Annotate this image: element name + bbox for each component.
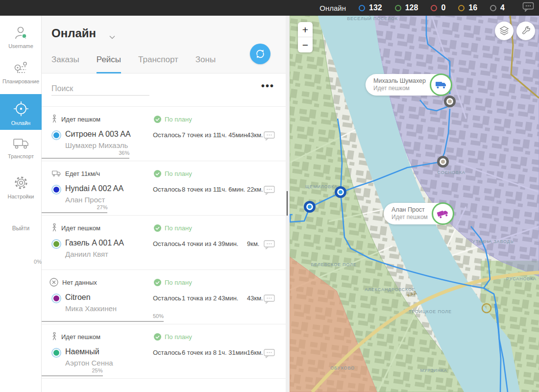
sidebar-item-logout[interactable]: Выйти — [0, 222, 42, 232]
distance-remaining: 16км. — [247, 349, 263, 356]
stat-circle-gray-icon — [490, 5, 496, 11]
time-remaining: 43мин. — [218, 294, 238, 302]
movement-status: Нет данных — [62, 279, 97, 286]
remaining-label: Осталось — [153, 240, 181, 247]
map-area-label: АЛЕКСАНДРОВСКОЕ — [365, 287, 415, 292]
sidebar-label: Планирование — [0, 78, 42, 84]
progress-percent: 27% — [97, 204, 107, 210]
check-circle-icon — [154, 224, 161, 232]
tooltip-status: Идет пешком — [373, 85, 426, 92]
truck-icon — [12, 137, 30, 150]
row-chat-button[interactable] — [264, 131, 275, 143]
map-area-label: ТРОИЦКОЕ ПОЛЕ — [409, 309, 452, 314]
chevron-down-icon[interactable] — [109, 32, 115, 41]
sidebar-label: Онлайн — [0, 120, 42, 126]
stat-circle-red-icon — [431, 5, 437, 11]
stat-value: 4 — [500, 3, 505, 12]
points-remaining: 8 точек из 11 — [182, 186, 220, 193]
sidebar-item-online[interactable]: Онлайн — [0, 94, 42, 130]
scrollbar-handle[interactable] — [287, 191, 288, 216]
plan-status: По плану — [154, 115, 192, 123]
vehicle-name: Наемный — [65, 347, 99, 356]
tooltip-status: Идет пешком — [392, 214, 428, 221]
trip-row[interactable]: Идет пешком По плану Наемный Аэртон Сенн… — [42, 324, 286, 379]
tab-trips[interactable]: Рейсы — [97, 55, 121, 74]
stat-in-progress[interactable]: 132 — [359, 3, 382, 12]
map-stop-marker[interactable] — [444, 96, 456, 107]
vehicle-color-dot — [52, 294, 60, 302]
check-circle-icon — [154, 170, 161, 177]
trip-row[interactable]: Идет пешком По плану Газель A 001 AA Дан… — [42, 216, 286, 270]
vehicle-badge[interactable] — [432, 202, 454, 225]
zoom-in-button[interactable]: + — [298, 22, 313, 37]
trip-row[interactable]: Нет данных По плану Citroen Мика Хаккине… — [42, 270, 286, 324]
plan-status: По плану — [154, 223, 192, 232]
tab-zones[interactable]: Зоны — [196, 55, 216, 74]
truck-icon — [436, 207, 450, 220]
map-layers-button[interactable] — [495, 22, 514, 40]
tooltip-driver-name: Алан Прост — [392, 206, 428, 214]
tab-transport[interactable]: Транспорт — [138, 55, 178, 74]
stat-late[interactable]: 0 — [431, 3, 445, 12]
layers-icon — [499, 25, 510, 36]
vehicle-tooltip-prost[interactable]: Алан Прост Идет пешком — [384, 203, 453, 224]
vehicle-tooltip-shumaher[interactable]: Михаэль Шумахер Идет пешком — [366, 74, 451, 96]
stat-on-plan[interactable]: 128 — [395, 3, 418, 12]
remaining-label: Осталось — [153, 131, 181, 139]
stat-value: 132 — [369, 3, 382, 12]
map-route-point-marker[interactable] — [304, 201, 316, 213]
map-area-label: РУСАНОВКА — [506, 276, 537, 281]
vehicle-badge[interactable] — [430, 74, 452, 96]
driver-name: Алан Прост — [65, 196, 105, 204]
refresh-button[interactable] — [250, 44, 270, 64]
map-view[interactable]: ВЕСЕЛЫЙ ПОСЕЛОК СОСНОВКА ЩЕМИЛОВКА УТКИН… — [290, 16, 539, 392]
row-chat-button[interactable] — [264, 294, 275, 306]
stat-no-data[interactable]: 4 — [490, 3, 505, 12]
refresh-icon — [255, 49, 266, 59]
row-chat-button[interactable] — [264, 240, 275, 251]
check-circle-icon — [154, 279, 161, 286]
row-chat-button[interactable] — [264, 349, 275, 360]
time-remaining: 1ч. 31мин. — [218, 349, 249, 356]
more-options-button[interactable]: ••• — [261, 80, 274, 92]
trip-row[interactable]: Идет пешком По плану Ситроен A 003 AA Шу… — [42, 107, 286, 161]
trip-progress-bar: 36% — [42, 158, 129, 159]
tab-orders[interactable]: Заказы — [51, 55, 79, 74]
map-area-label: УТКИНА ЗАВОДЬ — [472, 239, 514, 244]
zoom-out-button[interactable]: − — [298, 37, 313, 52]
map-tools-button[interactable] — [516, 22, 535, 40]
map-area-label: ОБУХОВО — [330, 366, 354, 370]
stat-circle-green-icon — [395, 5, 401, 11]
map-area-label: БЕЛЕВСКОЕ ПОЛЕ — [311, 262, 356, 267]
online-target-icon — [13, 100, 29, 117]
vehicle-name: Газель A 001 AA — [65, 239, 124, 247]
chat-button[interactable] — [522, 2, 534, 14]
sidebar-item-transport[interactable]: Транспорт — [0, 137, 42, 159]
sidebar-label: Username — [0, 43, 42, 49]
points-remaining: 1 точка из 2 — [182, 294, 217, 302]
search-input[interactable] — [51, 82, 149, 96]
movement-status: Едет 11км/ч — [65, 170, 100, 177]
panel-map-divider — [286, 16, 290, 392]
sidebar-item-username[interactable]: Username — [0, 25, 42, 49]
remaining-label: Осталось — [153, 294, 181, 302]
truck-icon — [435, 80, 447, 90]
row-chat-button[interactable] — [264, 186, 275, 197]
no-data-icon — [49, 278, 58, 287]
driver-name: Даниил Квят — [65, 250, 108, 258]
vehicle-color-dot — [52, 186, 60, 194]
map-area-label: МУРЗИНКА — [420, 368, 447, 373]
distance-remaining: 43км. — [247, 294, 263, 302]
sidebar-item-settings[interactable]: Настройки — [0, 175, 42, 199]
tab-bar: Заказы Рейсы Транспорт Зоны — [42, 55, 216, 74]
stat-warning[interactable]: 16 — [458, 3, 477, 12]
map-stop-marker[interactable] — [437, 156, 449, 168]
stat-value: 16 — [468, 3, 477, 12]
map-route-point-marker[interactable] — [335, 186, 346, 198]
distance-remaining: 43км. — [247, 131, 263, 139]
trip-row[interactable]: Едет 11км/ч По плану Hyndai A 002 AA Ала… — [42, 161, 286, 216]
search-row: ••• — [42, 74, 286, 107]
check-circle-icon — [154, 116, 161, 123]
sidebar-item-planning[interactable]: Планирование — [0, 61, 42, 84]
wrench-icon — [520, 25, 531, 36]
